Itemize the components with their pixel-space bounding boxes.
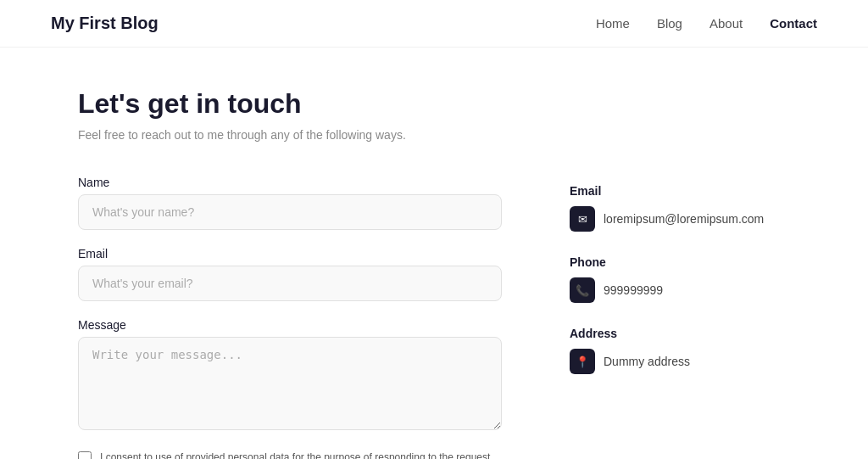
address-icon: 📍 (570, 349, 595, 374)
email-value: loremipsum@loremipsum.com (604, 212, 764, 226)
address-info-block: Address 📍 Dummy address (570, 327, 790, 374)
name-input[interactable] (78, 194, 502, 230)
consent-text: I consent to use of provided personal da… (100, 450, 502, 459)
email-info-row: ✉ loremipsum@loremipsum.com (570, 206, 790, 232)
email-info-label: Email (570, 184, 790, 198)
address-info-row: 📍 Dummy address (570, 349, 790, 374)
email-field-group: Email (78, 247, 502, 301)
name-label: Name (78, 176, 502, 189)
phone-info-block: Phone 📞 999999999 (570, 255, 790, 303)
content-layout: Name Email Message I consent to use of p… (78, 176, 790, 459)
nav-blog[interactable]: Blog (657, 16, 682, 31)
nav-home[interactable]: Home (596, 16, 630, 31)
contact-info: Email ✉ loremipsum@loremipsum.com Phone … (570, 176, 790, 398)
message-input[interactable] (78, 337, 502, 430)
phone-icon: 📞 (570, 277, 595, 303)
main-content: Let's get in touch Feel free to reach ou… (27, 48, 841, 459)
address-info-label: Address (570, 327, 790, 340)
page-title: Let's get in touch (78, 88, 790, 120)
navbar: My First Blog Home Blog About Contact (0, 0, 868, 48)
message-field-group: Message (78, 318, 502, 433)
nav-links: Home Blog About Contact (596, 16, 817, 31)
consent-row: I consent to use of provided personal da… (78, 450, 502, 459)
email-label: Email (78, 247, 502, 260)
name-field-group: Name (78, 176, 502, 230)
nav-contact[interactable]: Contact (770, 16, 817, 31)
email-icon: ✉ (570, 206, 595, 232)
message-label: Message (78, 318, 502, 332)
address-value: Dummy address (604, 355, 690, 368)
nav-about[interactable]: About (709, 16, 743, 31)
phone-info-row: 📞 999999999 (570, 277, 790, 303)
phone-info-label: Phone (570, 255, 790, 269)
email-info-block: Email ✉ loremipsum@loremipsum.com (570, 184, 790, 232)
contact-form: Name Email Message I consent to use of p… (78, 176, 502, 459)
email-input[interactable] (78, 266, 502, 301)
consent-checkbox[interactable] (78, 451, 92, 459)
phone-value: 999999999 (604, 283, 663, 297)
page-subtitle: Feel free to reach out to me through any… (78, 128, 790, 142)
site-logo: My First Blog (51, 14, 159, 33)
